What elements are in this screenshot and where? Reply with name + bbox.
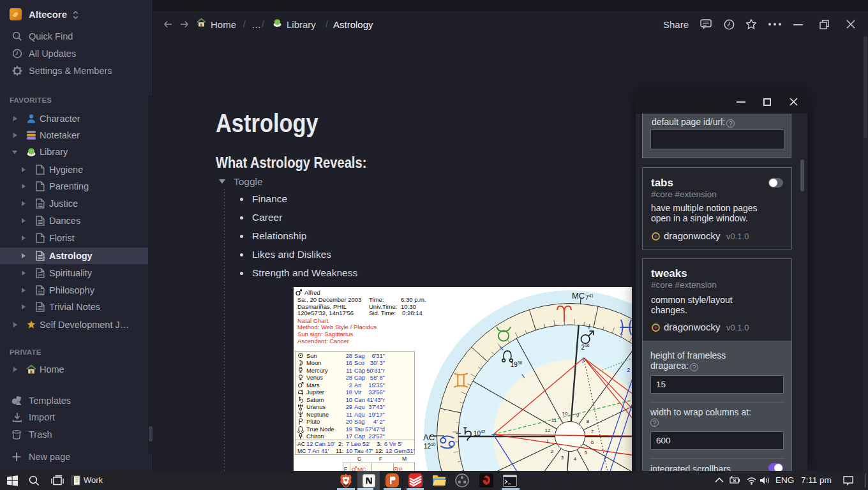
svg-text:Univ.Time:: Univ.Time: [369, 303, 397, 310]
svg-text:Sun: Sun [306, 353, 317, 359]
svg-text:Mercury: Mercury [306, 368, 328, 374]
svg-text:Sa., 20 December 2003: Sa., 20 December 2003 [297, 296, 361, 303]
svg-text:41'43"r: 41'43"r [366, 397, 385, 403]
svg-text:11: 11 [346, 368, 352, 374]
svg-text:11: 11 [346, 412, 352, 418]
svg-text:Venus: Venus [306, 375, 323, 381]
svg-text:Aqu: Aqu [354, 404, 365, 410]
svg-text:1: 1 [546, 438, 550, 444]
svg-text:28: 28 [346, 375, 352, 381]
svg-text:28: 28 [346, 353, 352, 359]
svg-text:Sun sign: Sagittarius: Sun sign: Sagittarius [297, 330, 353, 338]
svg-text:AC: AC [423, 433, 435, 442]
svg-text:Sid. Time:: Sid. Time: [369, 309, 396, 316]
svg-text:MC: MC [297, 448, 306, 454]
svg-text:Cap: Cap [354, 375, 365, 381]
svg-text:M: M [402, 456, 407, 462]
svg-text:15'35": 15'35" [368, 382, 385, 389]
svg-text:Natal Chart: Natal Chart [297, 317, 328, 324]
svg-text:7: 7 [591, 429, 594, 434]
svg-text:3: 3 [561, 455, 564, 461]
svg-text:11:: 11: [336, 448, 343, 454]
svg-text:2: 2 [349, 382, 352, 389]
svg-text:4' 2": 4' 2" [373, 419, 385, 425]
svg-text:Can: Can [354, 397, 365, 403]
svg-text:Jupiter: Jupiter [306, 389, 324, 396]
svg-text:17: 17 [346, 433, 352, 440]
svg-text:120e57'32, 14n17'56: 120e57'32, 14n17'56 [297, 309, 354, 316]
svg-text:Ascendant: Cancer: Ascendant: Cancer [297, 338, 349, 345]
svg-text:7 Leo 52': 7 Leo 52' [346, 441, 370, 447]
svg-text:10 Tau 47': 10 Tau 47' [346, 448, 373, 454]
svg-text:2: 2 [627, 366, 630, 373]
svg-text:29: 29 [346, 404, 352, 410]
svg-text:Method: Web Style / Placidus: Method: Web Style / Placidus [297, 323, 377, 330]
svg-text:F: F [379, 456, 382, 462]
svg-text:Chiron: Chiron [306, 433, 324, 440]
svg-text:20: 20 [346, 419, 352, 425]
svg-text:Sag: Sag [354, 353, 365, 359]
svg-text:19: 19 [346, 426, 352, 433]
svg-text:Saturn: Saturn [306, 397, 324, 403]
svg-text:19'17": 19'17" [368, 412, 385, 418]
svg-text:Ari: Ari [354, 382, 361, 389]
svg-text:Neptune: Neptune [306, 412, 329, 418]
svg-text:8: 8 [587, 419, 590, 424]
svg-text:Aqu: Aqu [354, 412, 365, 418]
svg-text:Cap: Cap [354, 433, 365, 440]
svg-text:12:: 12: [375, 448, 384, 454]
svg-text:Cap: Cap [354, 368, 365, 374]
svg-text:Pluto: Pluto [306, 419, 320, 425]
svg-text:18: 18 [346, 389, 352, 396]
svg-text:6 Vir 5': 6 Vir 5' [384, 441, 403, 447]
svg-text:C: C [357, 456, 361, 462]
svg-text:AC: AC [297, 441, 305, 447]
svg-text:MC: MC [572, 291, 585, 301]
svg-text:Time:: Time: [369, 296, 384, 303]
svg-text:Tau: Tau [354, 426, 364, 433]
svg-text:37'43": 37'43" [368, 404, 385, 410]
svg-text:16: 16 [346, 360, 352, 366]
svg-text:11: 11 [551, 417, 557, 423]
svg-text:Uranus: Uranus [306, 404, 326, 410]
svg-text:10:30: 10:30 [401, 303, 416, 310]
svg-text:50'31"r: 50'31"r [366, 368, 385, 374]
svg-text:6:30 p.m.: 6:30 p.m. [401, 296, 426, 303]
svg-text:True Node: True Node [306, 426, 334, 433]
svg-text:Sco: Sco [354, 360, 364, 366]
svg-text:10: 10 [346, 397, 352, 403]
svg-text:Sag: Sag [354, 419, 365, 425]
svg-text:12 Can 10': 12 Can 10' [306, 441, 335, 447]
svg-text:MC: MC [357, 466, 366, 471]
svg-text:57'47"d: 57'47"d [365, 426, 385, 433]
svg-text:12: 12 [545, 427, 551, 433]
svg-text:30' 3": 30' 3" [370, 360, 385, 366]
svg-text:0:28:14: 0:28:14 [402, 309, 423, 316]
svg-text:23'57": 23'57" [368, 433, 385, 440]
svg-text:58' 8": 58' 8" [370, 375, 385, 381]
svg-text:5: 5 [585, 450, 588, 456]
svg-text:Alfred: Alfred [304, 289, 320, 296]
svg-text:Moon: Moon [306, 360, 321, 366]
svg-text:Vir: Vir [354, 389, 361, 396]
svg-text:12 Gem31': 12 Gem31' [385, 448, 414, 454]
svg-text:4: 4 [574, 456, 577, 462]
svg-text:6'31": 6'31" [371, 353, 385, 359]
svg-text:P: P [399, 466, 403, 471]
svg-text:6: 6 [591, 440, 594, 445]
svg-text:2: 2 [551, 449, 554, 454]
svg-text:F: F [344, 466, 347, 471]
svg-text:3:: 3: [377, 441, 382, 447]
svg-text:2:: 2: [338, 441, 343, 447]
svg-text:Dasmariñas, PHIL: Dasmariñas, PHIL [297, 303, 347, 310]
svg-text:33'56": 33'56" [368, 389, 385, 396]
svg-text:7 Ari 41': 7 Ari 41' [308, 448, 329, 454]
svg-text:10: 10 [562, 411, 568, 417]
svg-text:Mars: Mars [306, 382, 320, 389]
